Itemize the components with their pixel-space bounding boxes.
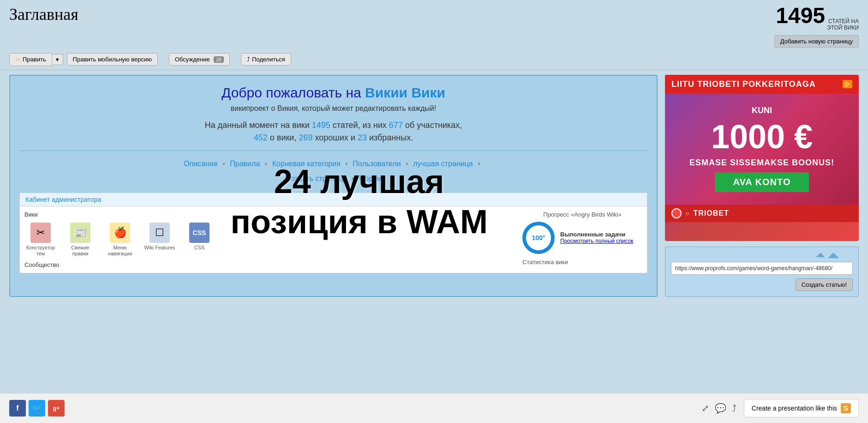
toolbar: ✏ Править ▼ Править мобильную версию Обс…	[0, 50, 868, 70]
facebook-button[interactable]: f	[9, 400, 26, 417]
google-plus-button[interactable]: g+	[48, 400, 65, 417]
ad-banner-top: LIITU TRIOBETI POKKERITOAGA ▷	[665, 75, 859, 94]
admin-icon-edits-label: Свежие правки	[64, 245, 96, 257]
create-presentation-button[interactable]: Create a presentation like this S	[744, 399, 859, 417]
stats-line3: об участниках,	[405, 121, 462, 130]
progress-tasks-link[interactable]: Просмотреть полный список	[560, 238, 634, 244]
ad-icon: ▷	[843, 80, 852, 88]
admin-icon-features: ☐ Wiki Features	[144, 223, 176, 257]
stats-text: На данный момент на вики 1495 статей, из…	[19, 119, 647, 144]
triangle-decoration-2	[816, 253, 825, 257]
admin-icon-features-box: ☐	[150, 223, 170, 243]
stats-wikis-link[interactable]: 452	[254, 133, 268, 142]
admin-icon-css: CSS CSS	[183, 223, 216, 257]
admin-icon-nav-box: 🍎	[110, 223, 130, 243]
admin-icon-edits: 📰 Свежие правки	[64, 223, 96, 257]
discussion-button[interactable]: Обсуждение 28	[169, 53, 230, 66]
article-count-label: СТАТЕЙ НАЭТОЙ ВИКИ	[827, 18, 859, 31]
discussion-label: Обсуждение	[175, 56, 210, 63]
nav-rules-link[interactable]: Правила	[230, 160, 260, 168]
share-label: Поделиться	[252, 56, 285, 63]
admin-icon-edits-box: 📰	[70, 223, 90, 243]
comment-button[interactable]: 💬	[715, 403, 726, 414]
ad-footer-text: TRIOBET	[693, 209, 729, 218]
bottom-action-buttons: ⤢ 💬 ⤴	[701, 403, 736, 414]
ad-kuni-label: KUNI	[752, 106, 772, 115]
admin-progress-area: 100° Выполненные задачи Просмотреть полн…	[522, 222, 642, 254]
edit-dropdown-button[interactable]: ▼	[52, 54, 63, 65]
discussion-badge: 28	[214, 56, 224, 63]
url-display: https://www.proprofs.com/games/word-game…	[671, 262, 853, 275]
admin-icon-themes-box: ✂	[30, 223, 51, 243]
triangle-decoration	[828, 253, 839, 258]
share-bottom-button[interactable]: ⤴	[732, 403, 736, 414]
admin-icon-themes-label: Конструктор тем	[24, 245, 57, 257]
bottom-right-controls: ⤢ 💬 ⤴ Create a presentation like this S	[701, 399, 859, 417]
ad-footer: ○ TRIOBET	[665, 205, 859, 222]
edit-button[interactable]: ✏ Править	[9, 53, 52, 66]
admin-panel-title: Кабинет администратора	[25, 196, 101, 203]
presentation-badge: S	[841, 403, 851, 413]
right-sidebar: LIITU TRIOBETI POKKERITOAGA ▷ KUNI 1000 …	[665, 75, 859, 297]
stats-line4: о вики,	[270, 133, 297, 142]
article-count: 1495 СТАТЕЙ НАЭТОЙ ВИКИ	[774, 5, 859, 31]
url-panel: https://www.proprofs.com/games/word-game…	[665, 247, 859, 297]
twitter-button[interactable]: 🐦	[29, 400, 45, 417]
stats-wiki-section: Статистика вики	[522, 259, 642, 266]
nav-description-link[interactable]: Описание	[184, 160, 218, 168]
stats-count-link[interactable]: 1495	[312, 121, 330, 130]
triobet-logo-circle	[671, 208, 682, 218]
create-presentation-label: Create a presentation like this	[752, 405, 837, 412]
nav-users-link[interactable]: Пользователи	[353, 160, 401, 168]
ad-banner-body: KUNI 1000 € ESMASE SISSEMAKSE BOONUS! AV…	[665, 94, 859, 205]
url-panel-decoration	[671, 253, 853, 258]
admin-icon-features-label: Wiki Features	[144, 245, 175, 251]
admin-community-section: Сообщество	[24, 261, 517, 268]
admin-icon-css-box: CSS	[189, 223, 210, 243]
ad-amount: 1000 €	[711, 120, 813, 153]
welcome-subtitle: википроект о Викия, который может редакт…	[19, 104, 647, 113]
ad-subtitle: ESMASE SISSEMAKSE BOONUS!	[689, 158, 834, 168]
admin-icon-nav: 🍎 Меню навигации	[104, 223, 136, 257]
progress-tasks-title: Выполненные задачи	[560, 231, 634, 238]
nav-root-category-link[interactable]: Корневая категория	[272, 160, 341, 168]
nav-forum-link[interactable]: Форум	[359, 175, 382, 182]
facebook-label: f	[16, 404, 18, 412]
stats-good-link[interactable]: 269	[299, 133, 312, 142]
page-title: Заглавная	[9, 5, 78, 24]
fullscreen-icon: ⤢	[701, 403, 709, 414]
ad-logo-text: ○	[685, 210, 689, 217]
admin-icon-themes: ✂ Конструктор тем	[24, 223, 57, 257]
share-bottom-icon: ⤴	[732, 403, 736, 414]
nav-links: Описание • Правила • Корневая категория …	[19, 157, 647, 186]
stats-featured-link[interactable]: 23	[358, 133, 367, 142]
stats-users-link[interactable]: 677	[389, 121, 403, 130]
content-divider	[19, 151, 647, 151]
fullscreen-button[interactable]: ⤢	[701, 403, 709, 414]
google-plus-label: g+	[53, 405, 60, 411]
create-article-button[interactable]: Создать статью!	[796, 278, 853, 291]
main-content: Добро пожаловать на Викии Вики википроек…	[0, 70, 868, 302]
ad-cta-button[interactable]: AVA KONTO	[715, 172, 809, 192]
nav-create-page-link[interactable]: Создать страницу	[285, 175, 347, 182]
nav-best-page-link[interactable]: лучшая страница	[413, 160, 473, 168]
pencil-icon: ✏	[15, 56, 21, 63]
share-button[interactable]: ⤴ Поделиться	[241, 53, 291, 66]
edit-mobile-button[interactable]: Править мобильную версию	[67, 53, 158, 66]
admin-icon-nav-label: Меню навигации	[104, 245, 136, 257]
ad-banner-title: LIITU TRIOBETI POKKERITOAGA	[671, 79, 816, 89]
header-right: 1495 СТАТЕЙ НАЭТОЙ ВИКИ Добавить новую с…	[774, 5, 859, 48]
admin-left: Вики ✂ Конструктор тем 📰 Свежие правки 🍎	[24, 211, 517, 268]
article-count-number: 1495	[776, 5, 825, 27]
admin-panel-header: Кабинет администратора	[20, 193, 647, 206]
welcome-title-part2: Викии Вики	[365, 85, 445, 100]
admin-icon-css-label: CSS	[194, 245, 205, 251]
edit-button-group: ✏ Править ▼	[9, 53, 63, 66]
add-page-button[interactable]: Добавить новую страницу	[774, 35, 859, 48]
welcome-title-part1: Добро пожаловать на	[221, 85, 365, 100]
admin-panel-preview: Кабинет администратора Вики ✂ Конструкто…	[19, 193, 647, 273]
admin-panel-body: Вики ✂ Конструктор тем 📰 Свежие правки 🍎	[20, 206, 647, 273]
stats-line1: На данный момент на вики	[205, 121, 310, 130]
progress-tasks: Выполненные задачи Просмотреть полный сп…	[560, 231, 634, 244]
admin-icon-list: ✂ Конструктор тем 📰 Свежие правки 🍎 Меню…	[24, 223, 517, 257]
